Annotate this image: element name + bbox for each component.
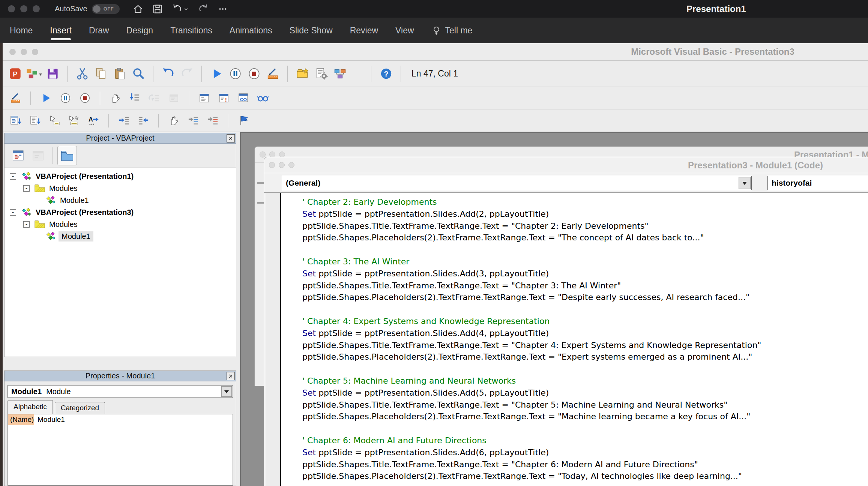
- powerpoint-button[interactable]: [6, 65, 24, 83]
- ribbon-tab-slide-show[interactable]: Slide Show: [290, 18, 333, 43]
- more-commands-button[interactable]: [216, 2, 230, 16]
- ribbon-tab-review[interactable]: Review: [350, 18, 378, 43]
- tree-item[interactable]: -Modules: [5, 182, 236, 194]
- code-editor[interactable]: ' Chapter 2: Early DevelopmentsSet pptSl…: [281, 193, 868, 486]
- tree-expander[interactable]: -: [23, 221, 30, 228]
- toolbar-separator: [189, 92, 189, 105]
- close-project-panel-button[interactable]: [227, 134, 235, 142]
- tree-item[interactable]: Module1: [5, 230, 236, 242]
- toggle-folders-button[interactable]: [57, 146, 77, 165]
- watch-window-button[interactable]: [234, 90, 252, 106]
- minimize-button[interactable]: [21, 49, 27, 55]
- view-powerpoint-button[interactable]: [25, 65, 42, 83]
- save-button[interactable]: [44, 65, 61, 83]
- run-button[interactable]: [37, 90, 55, 106]
- indent-button[interactable]: [115, 112, 133, 129]
- save-button[interactable]: [150, 2, 165, 16]
- close-button[interactable]: [8, 5, 15, 12]
- zoom-button[interactable]: [288, 162, 294, 168]
- ribbon-tab-draw[interactable]: Draw: [89, 18, 109, 43]
- list-constants-button[interactable]: [26, 112, 44, 129]
- redo-button[interactable]: [196, 2, 210, 16]
- stop-button[interactable]: [245, 65, 263, 83]
- stop-button[interactable]: [76, 90, 94, 106]
- copy-button[interactable]: [92, 65, 110, 83]
- quick-watch-button[interactable]: [254, 90, 272, 106]
- step-out-button[interactable]: [165, 90, 183, 106]
- autosave-toggle[interactable]: OFF: [92, 4, 120, 14]
- home-button[interactable]: [131, 2, 145, 16]
- tree-item[interactable]: -VBAProject (Presentation3): [5, 206, 236, 218]
- ribbon-tab-view[interactable]: View: [395, 18, 414, 43]
- dropdown-arrow-button[interactable]: [221, 386, 232, 397]
- locals-window-button[interactable]: [195, 90, 213, 106]
- redo-button[interactable]: [178, 65, 195, 83]
- close-button[interactable]: [269, 162, 275, 168]
- view-object-button[interactable]: [29, 146, 48, 165]
- object-selector-dropdown[interactable]: Module1 Module: [8, 385, 233, 398]
- procedure-dropdown[interactable]: historyofai: [767, 176, 868, 190]
- close-button[interactable]: [260, 152, 266, 158]
- immediate-window-button[interactable]: [215, 90, 233, 106]
- undo-button[interactable]: [170, 2, 191, 16]
- close-button[interactable]: [9, 49, 16, 55]
- step-over-button[interactable]: [145, 90, 163, 106]
- object-dropdown[interactable]: (General): [282, 176, 752, 190]
- close-properties-panel-button[interactable]: [227, 372, 235, 380]
- properties-tab-categorized[interactable]: Categorized: [55, 402, 105, 414]
- ribbon-tab-animations[interactable]: Animations: [230, 18, 272, 43]
- object-browser-button[interactable]: [331, 65, 348, 83]
- minimize-button[interactable]: [279, 162, 285, 168]
- outdent-button[interactable]: [134, 112, 152, 129]
- ribbon-tab-transitions[interactable]: Transitions: [170, 18, 212, 43]
- design-mode-button[interactable]: [264, 65, 281, 83]
- toggle-breakpoint-button[interactable]: [165, 112, 183, 129]
- cut-button[interactable]: [74, 65, 91, 83]
- quick-info-button[interactable]: [45, 112, 63, 129]
- tree-expander[interactable]: -: [10, 173, 16, 180]
- list-properties-button[interactable]: [6, 112, 24, 129]
- view-code-button[interactable]: [9, 146, 29, 165]
- ribbon-tab-tell-me[interactable]: Tell me: [431, 18, 473, 43]
- vba-editor-window: Microsoft Visual Basic - Presentation3 L…: [0, 43, 868, 486]
- property-row[interactable]: (Name)Module1: [8, 414, 233, 425]
- step-into-button[interactable]: [126, 90, 144, 106]
- parameter-info-button[interactable]: [65, 112, 83, 129]
- help-button[interactable]: [377, 65, 395, 83]
- properties-window-button[interactable]: [312, 65, 330, 83]
- code-comment-line: ' Chapter 4: Expert Systems and Knowledg…: [302, 315, 868, 327]
- paste-button[interactable]: [111, 65, 128, 83]
- tree-item[interactable]: -VBAProject (Presentation1): [5, 170, 236, 182]
- powerpoint-icon: [9, 67, 22, 80]
- undo-button[interactable]: [159, 65, 177, 83]
- dropdown-arrow-button[interactable]: [739, 177, 751, 189]
- margin-indicator-bar[interactable]: [266, 193, 281, 486]
- ribbon-tab-home[interactable]: Home: [10, 18, 33, 43]
- tree-item[interactable]: Module1: [5, 194, 236, 206]
- tree-item[interactable]: -Modules: [5, 218, 236, 230]
- properties-panel-header[interactable]: Properties - Module1: [5, 371, 236, 381]
- tree-expander[interactable]: -: [10, 209, 16, 216]
- zoom-button[interactable]: [33, 5, 40, 12]
- toggle-bookmark-button[interactable]: [234, 112, 252, 129]
- uncomment-block-button[interactable]: [204, 112, 222, 129]
- project-panel-header[interactable]: Project - VBAProject: [5, 133, 236, 144]
- properties-tab-alphabetic[interactable]: Alphabetic: [8, 400, 53, 414]
- list-constants-icon: [29, 115, 41, 126]
- ribbon-tab-design[interactable]: Design: [126, 18, 153, 43]
- comment-block-button[interactable]: [184, 112, 202, 129]
- design-mode-button[interactable]: [6, 90, 24, 106]
- pause-button[interactable]: [56, 90, 74, 106]
- zoom-button[interactable]: [32, 49, 38, 55]
- toggle-breakpoint-button[interactable]: [106, 90, 124, 106]
- find-button[interactable]: [130, 65, 147, 83]
- ribbon-tab-insert[interactable]: Insert: [50, 18, 72, 43]
- run-button[interactable]: [208, 65, 225, 83]
- complete-word-button[interactable]: [84, 112, 102, 129]
- lightbulb-icon: [431, 26, 442, 36]
- project-explorer-button[interactable]: [294, 65, 311, 83]
- minimize-button[interactable]: [20, 5, 27, 12]
- pause-button[interactable]: [227, 65, 244, 83]
- tree-expander[interactable]: -: [23, 185, 30, 192]
- property-value-cell[interactable]: Module1: [34, 414, 65, 425]
